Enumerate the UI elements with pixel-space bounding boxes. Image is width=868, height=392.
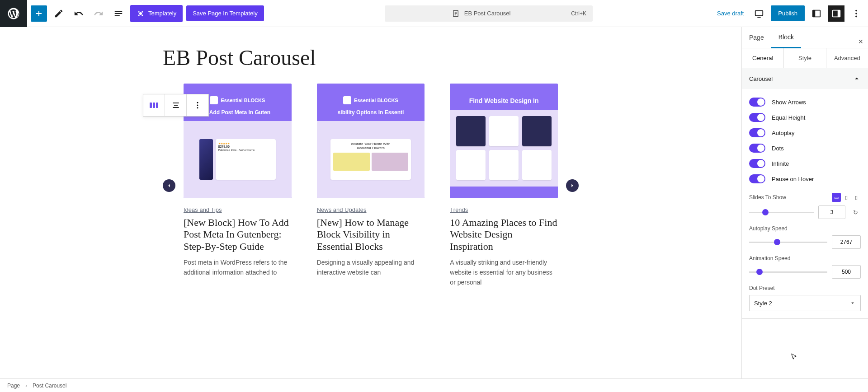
slide-title[interactable]: [New] How to Manage Block Visibility in …: [317, 217, 425, 252]
svg-point-25: [197, 105, 198, 106]
add-block-button[interactable]: [31, 5, 47, 22]
subtab-advanced[interactable]: Advanced: [826, 48, 868, 68]
block-more-button[interactable]: [187, 94, 208, 116]
svg-point-2: [142, 11, 143, 12]
undo-button[interactable]: [71, 5, 87, 22]
svg-point-15: [855, 9, 857, 11]
post-carousel-block[interactable]: Essential BLOCKS o Add Post Meta In Gute…: [163, 84, 579, 287]
device-icons: ▭ ▯ ▯: [832, 193, 861, 202]
svg-rect-20: [156, 103, 158, 108]
svg-rect-9: [755, 10, 763, 15]
tab-page[interactable]: Page: [742, 27, 771, 48]
svg-rect-14: [838, 10, 840, 17]
sidebar-left-toggle[interactable]: [808, 5, 825, 22]
slide-category[interactable]: News and Updates: [317, 206, 367, 213]
svg-rect-19: [153, 103, 155, 108]
reset-button[interactable]: ↻: [850, 207, 861, 218]
slide-category[interactable]: Trends: [450, 206, 468, 213]
slide-thumbnail: Essential BLOCKS sibility Options In Ess…: [317, 84, 425, 198]
svg-rect-21: [173, 103, 179, 103]
shortcut-hint: Ctrl+K: [571, 10, 586, 17]
svg-point-24: [197, 102, 198, 103]
svg-rect-22: [174, 105, 177, 106]
document-title-bar[interactable]: EB Post Carousel Ctrl+K: [385, 5, 593, 22]
options-button[interactable]: [848, 5, 864, 22]
breadcrumb: Page › Post Carousel: [0, 378, 868, 392]
tab-block[interactable]: Block: [771, 27, 801, 48]
sidebar-right-toggle[interactable]: [828, 5, 844, 22]
toggle-autoplay[interactable]: [749, 128, 765, 137]
chevron-up-icon: [853, 75, 861, 83]
carousel-slide: Essential BLOCKS sibility Options In Ess…: [317, 84, 425, 287]
slide-excerpt: A visually striking and user-friendly we…: [450, 258, 558, 287]
svg-point-0: [139, 12, 142, 15]
chevron-down-icon: [849, 300, 856, 306]
view-button[interactable]: [751, 5, 767, 22]
subtab-general[interactable]: General: [742, 48, 784, 68]
page-icon: [452, 9, 460, 18]
slide-excerpt: Post meta in WordPress refers to the add…: [184, 258, 292, 277]
desktop-icon[interactable]: ▭: [832, 193, 841, 202]
autoplay-speed-slider[interactable]: [749, 242, 827, 243]
slide-category[interactable]: Ideas and Tips: [184, 206, 222, 213]
top-toolbar: Templately Save Page In Templately EB Po…: [0, 0, 868, 27]
svg-point-16: [855, 13, 857, 14]
toggle-show-arrows[interactable]: [749, 98, 765, 107]
wordpress-logo[interactable]: [0, 0, 27, 27]
animation-speed-input[interactable]: [832, 265, 861, 279]
toggle-equal-height[interactable]: [749, 113, 765, 122]
mobile-icon[interactable]: ▯: [852, 193, 861, 202]
block-toolbar: [143, 94, 209, 117]
slide-title[interactable]: [New Block] How To Add Post Meta In Gute…: [184, 217, 292, 252]
settings-sidebar: Page Block ✕ General Style Advanced Caro…: [741, 27, 868, 378]
document-overview-button[interactable]: [110, 5, 127, 22]
templately-label: Templately: [148, 10, 176, 17]
svg-rect-18: [150, 103, 152, 108]
slide-excerpt: Designing a visually appealing and inter…: [317, 258, 425, 277]
align-button[interactable]: [165, 94, 187, 116]
svg-rect-12: [813, 10, 816, 17]
mouse-cursor-icon: [790, 353, 797, 360]
page-title[interactable]: EB Post Carousel: [163, 45, 579, 70]
save-draft-button[interactable]: Save draft: [713, 6, 747, 20]
doc-title: EB Post Carousel: [464, 10, 511, 17]
tablet-icon[interactable]: ▯: [842, 193, 851, 202]
slide-title[interactable]: 10 Amazing Places to Find Website Design…: [450, 217, 558, 252]
svg-rect-23: [173, 107, 179, 108]
svg-point-1: [138, 11, 140, 12]
svg-point-26: [197, 107, 198, 108]
close-sidebar-button[interactable]: ✕: [851, 32, 865, 45]
redo-button: [90, 5, 107, 22]
toggle-dots[interactable]: [749, 144, 765, 153]
svg-point-3: [138, 14, 140, 16]
editor-canvas[interactable]: EB Post Carousel: [0, 27, 741, 378]
autoplay-speed-input[interactable]: [832, 235, 861, 249]
carousel-prev-button[interactable]: [163, 179, 175, 192]
slides-to-show-slider[interactable]: [749, 212, 814, 213]
slides-to-show-input[interactable]: [818, 205, 845, 219]
animation-speed-slider[interactable]: [749, 271, 827, 273]
templately-button[interactable]: Templately: [130, 5, 183, 22]
subtab-style[interactable]: Style: [784, 48, 826, 68]
svg-point-17: [855, 15, 857, 17]
breadcrumb-current[interactable]: Post Carousel: [33, 383, 66, 389]
publish-button[interactable]: Publish: [771, 5, 805, 21]
carousel-next-button[interactable]: [566, 179, 579, 192]
dot-preset-select[interactable]: Style 2: [749, 295, 861, 311]
tools-button[interactable]: [51, 5, 67, 22]
slide-thumbnail: Find Website Design In: [450, 84, 558, 198]
panel-carousel-header[interactable]: Carousel: [742, 68, 868, 89]
svg-point-4: [142, 14, 143, 16]
carousel-slide: Find Website Design In Trends 10 Amazing…: [450, 84, 558, 287]
save-templately-button[interactable]: Save Page In Templately: [186, 5, 264, 21]
block-type-icon[interactable]: [143, 94, 165, 116]
save-templately-label: Save Page In Templately: [193, 10, 258, 17]
toggle-pause-hover[interactable]: [749, 174, 765, 183]
toggle-infinite[interactable]: [749, 159, 765, 168]
breadcrumb-page[interactable]: Page: [7, 383, 20, 389]
